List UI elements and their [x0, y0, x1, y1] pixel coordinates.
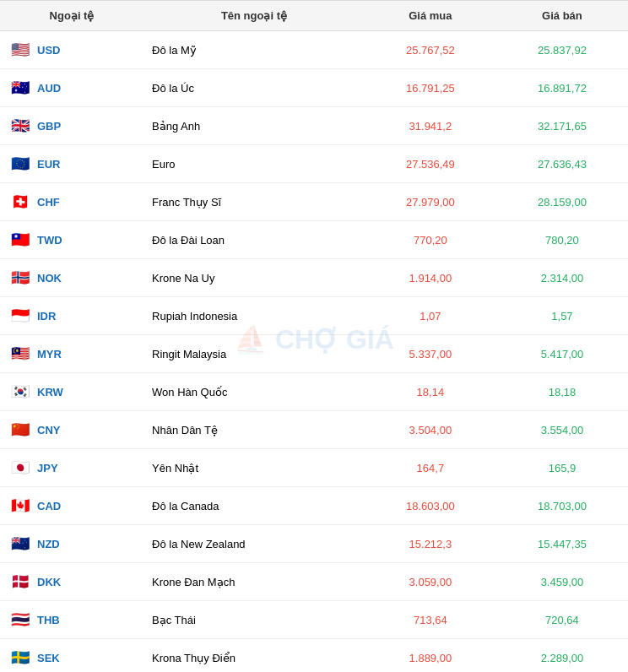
sell-price: 15.447,35: [496, 525, 628, 563]
table-row: 🇦🇺AUDĐô la Úc16.791,2516.891,72: [0, 69, 628, 107]
sell-price: 25.837,92: [496, 31, 628, 69]
currency-cell: 🇰🇷KRW: [0, 373, 143, 411]
currency-cell: 🇩🇰DKK: [0, 563, 143, 601]
buy-price: 18,14: [365, 373, 496, 411]
currency-name: Krona Thụy Điển: [143, 639, 365, 673]
currency-code: NZD: [37, 538, 60, 550]
flag-icon: 🇯🇵: [8, 456, 32, 480]
flag-icon: 🇦🇺: [8, 76, 32, 100]
currency-name: Euro: [143, 145, 365, 183]
flag-icon: 🇸🇪: [8, 646, 32, 669]
currency-cell: 🇨🇦CAD: [0, 487, 143, 525]
currency-table-wrapper: Ngoại tệ Tên ngoại tệ Giá mua Giá bán 🇺🇸…: [0, 0, 628, 672]
buy-price: 18.603,00: [365, 487, 496, 525]
currency-name: Đô la New Zealand: [143, 525, 365, 563]
currency-code: THB: [37, 614, 60, 626]
currency-cell: 🇨🇭CHF: [0, 183, 143, 221]
flag-icon: 🇨🇭: [8, 190, 32, 214]
table-row: 🇨🇦CADĐô la Canada18.603,0018.703,00: [0, 487, 628, 525]
sell-price: 1,57: [496, 297, 628, 335]
currency-code: MYR: [37, 348, 62, 360]
sell-price: 18.703,00: [496, 487, 628, 525]
buy-price: 27.536,49: [365, 145, 496, 183]
sell-price: 2.289,00: [496, 639, 628, 673]
currency-code: CAD: [37, 500, 61, 512]
sell-price: 16.891,72: [496, 69, 628, 107]
sell-price: 2.314,00: [496, 259, 628, 297]
buy-price: 1.914,00: [365, 259, 496, 297]
currency-code: TWD: [37, 234, 62, 247]
table-row: 🇩🇰DKKKrone Đan Mạch3.059,003.459,00: [0, 563, 628, 601]
currency-name: Bảng Anh: [143, 107, 365, 145]
sell-price: 780,20: [496, 221, 628, 259]
flag-icon: 🇹🇭: [8, 608, 32, 631]
currency-code: DKK: [37, 576, 61, 588]
buy-price: 31.941,2: [365, 107, 496, 145]
sell-price: 3.554,00: [496, 411, 628, 449]
sell-price: 3.459,00: [496, 563, 628, 601]
currency-cell: 🇬🇧GBP: [0, 107, 143, 145]
table-row: 🇲🇾MYRRingit Malaysia5.337,005.417,00: [0, 335, 628, 373]
currency-cell: 🇨🇳CNY: [0, 411, 143, 449]
buy-price: 770,20: [365, 221, 496, 259]
currency-name: Đô la Mỹ: [143, 31, 365, 69]
table-row: 🇹🇭THBBạc Thái713,64720,64: [0, 601, 628, 639]
flag-icon: 🇲🇾: [8, 342, 32, 366]
table-row: 🇰🇷KRWWon Hàn Quốc18,1418,18: [0, 373, 628, 411]
table-row: 🇨🇳CNYNhân Dân Tệ3.504,003.554,00: [0, 411, 628, 449]
currency-code: EUR: [37, 158, 60, 171]
table-row: 🇯🇵JPYYên Nhật164,7165,9: [0, 449, 628, 487]
currency-code: KRW: [37, 386, 63, 398]
table-row: 🇨🇭CHFFranc Thụy Sĩ27.979,0028.159,00: [0, 183, 628, 221]
currency-name: Won Hàn Quốc: [143, 373, 365, 411]
flag-icon: 🇨🇳: [8, 418, 32, 442]
table-header-row: Ngoại tệ Tên ngoại tệ Giá mua Giá bán: [0, 1, 628, 31]
currency-cell: 🇺🇸USD: [0, 31, 143, 69]
currency-name: Franc Thụy Sĩ: [143, 183, 365, 221]
table-row: 🇺🇸USDĐô la Mỹ25.767,5225.837,92: [0, 31, 628, 69]
buy-price: 1.889,00: [365, 639, 496, 673]
buy-price: 27.979,00: [365, 183, 496, 221]
flag-icon: 🇰🇷: [8, 380, 32, 404]
flag-icon: 🇳🇿: [8, 532, 32, 555]
currency-cell: 🇲🇾MYR: [0, 335, 143, 373]
table-row: 🇪🇺EUREuro27.536,4927.636,43: [0, 145, 628, 183]
currency-name: Đô la Đài Loan: [143, 221, 365, 259]
currency-cell: 🇹🇼TWD: [0, 221, 143, 259]
currency-cell: 🇪🇺EUR: [0, 145, 143, 183]
table-row: 🇹🇼TWDĐô la Đài Loan770,20780,20: [0, 221, 628, 259]
currency-cell: 🇳🇴NOK: [0, 259, 143, 297]
currency-name: Rupiah Indonesia: [143, 297, 365, 335]
currency-name: Yên Nhật: [143, 449, 365, 487]
currency-cell: 🇯🇵JPY: [0, 449, 143, 487]
sell-price: 32.171,65: [496, 107, 628, 145]
currency-name: Krone Na Uy: [143, 259, 365, 297]
currency-code: USD: [37, 44, 60, 57]
currency-name: Ringit Malaysia: [143, 335, 365, 373]
table-row: 🇳🇿NZDĐô la New Zealand15.212,315.447,35: [0, 525, 628, 563]
currency-code: CHF: [37, 196, 60, 209]
col-header-name: Tên ngoại tệ: [143, 1, 365, 31]
flag-icon: 🇪🇺: [8, 152, 32, 176]
buy-price: 25.767,52: [365, 31, 496, 69]
currency-code: IDR: [37, 310, 56, 322]
table-row: 🇸🇪SEKKrona Thụy Điển1.889,002.289,00: [0, 639, 628, 673]
currency-cell: 🇦🇺AUD: [0, 69, 143, 107]
currency-cell: 🇮🇩IDR: [0, 297, 143, 335]
buy-price: 5.337,00: [365, 335, 496, 373]
flag-icon: 🇳🇴: [8, 266, 32, 290]
sell-price: 5.417,00: [496, 335, 628, 373]
col-header-sell: Giá bán: [496, 1, 628, 31]
currency-cell: 🇸🇪SEK: [0, 639, 143, 673]
sell-price: 27.636,43: [496, 145, 628, 183]
flag-icon: 🇬🇧: [8, 114, 32, 138]
buy-price: 16.791,25: [365, 69, 496, 107]
currency-name: Đô la Canada: [143, 487, 365, 525]
flag-icon: 🇹🇼: [8, 228, 32, 252]
table-row: 🇬🇧GBPBảng Anh31.941,232.171,65: [0, 107, 628, 145]
currency-code: GBP: [37, 120, 61, 133]
currency-name: Nhân Dân Tệ: [143, 411, 365, 449]
col-header-buy: Giá mua: [365, 1, 496, 31]
currency-name: Bạc Thái: [143, 601, 365, 639]
currency-code: JPY: [37, 462, 58, 474]
